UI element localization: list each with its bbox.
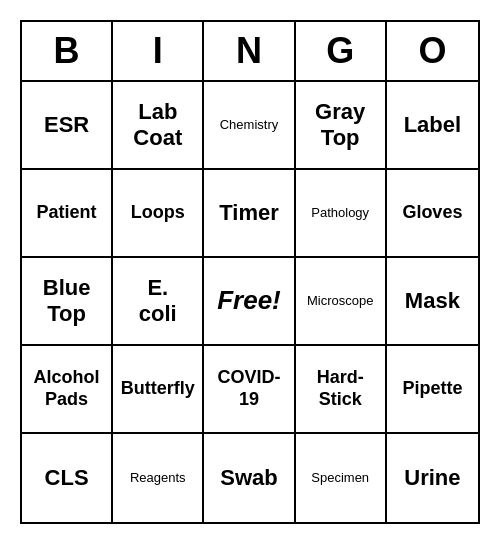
bingo-cell-0: ESR <box>22 82 113 170</box>
bingo-cell-7: Timer <box>204 170 295 258</box>
cell-text-3: Gray Top <box>315 99 365 152</box>
bingo-cell-21: Reagents <box>113 434 204 522</box>
cell-text-1: Lab Coat <box>133 99 182 152</box>
header-letter-i: I <box>113 22 204 80</box>
cell-text-9: Gloves <box>402 202 462 224</box>
bingo-cell-24: Urine <box>387 434 478 522</box>
header-letter-o: O <box>387 22 478 80</box>
bingo-cell-16: Butterfly <box>113 346 204 434</box>
cell-text-12: Free! <box>217 285 281 316</box>
cell-text-18: Hard- Stick <box>317 367 364 410</box>
cell-text-4: Label <box>404 112 461 138</box>
bingo-cell-10: Blue Top <box>22 258 113 346</box>
cell-text-7: Timer <box>219 200 279 226</box>
cell-text-21: Reagents <box>130 470 186 486</box>
cell-text-8: Pathology <box>311 205 369 221</box>
cell-text-14: Mask <box>405 288 460 314</box>
bingo-cell-2: Chemistry <box>204 82 295 170</box>
cell-text-17: COVID- 19 <box>217 367 280 410</box>
header-letter-g: G <box>296 22 387 80</box>
header-letter-n: N <box>204 22 295 80</box>
bingo-cell-19: Pipette <box>387 346 478 434</box>
header-letter-b: B <box>22 22 113 80</box>
cell-text-24: Urine <box>404 465 460 491</box>
cell-text-6: Loops <box>131 202 185 224</box>
cell-text-5: Patient <box>37 202 97 224</box>
bingo-cell-14: Mask <box>387 258 478 346</box>
cell-text-10: Blue Top <box>43 275 91 328</box>
bingo-cell-13: Microscope <box>296 258 387 346</box>
bingo-grid: ESRLab CoatChemistryGray TopLabelPatient… <box>22 82 478 522</box>
bingo-cell-6: Loops <box>113 170 204 258</box>
cell-text-11: E. coli <box>139 275 177 328</box>
cell-text-2: Chemistry <box>220 117 279 133</box>
bingo-cell-4: Label <box>387 82 478 170</box>
cell-text-15: Alcohol Pads <box>34 367 100 410</box>
bingo-cell-9: Gloves <box>387 170 478 258</box>
bingo-cell-12: Free! <box>204 258 295 346</box>
bingo-card: BINGO ESRLab CoatChemistryGray TopLabelP… <box>20 20 480 524</box>
bingo-cell-22: Swab <box>204 434 295 522</box>
bingo-cell-17: COVID- 19 <box>204 346 295 434</box>
bingo-header: BINGO <box>22 22 478 82</box>
bingo-cell-18: Hard- Stick <box>296 346 387 434</box>
bingo-cell-23: Specimen <box>296 434 387 522</box>
cell-text-19: Pipette <box>402 378 462 400</box>
cell-text-23: Specimen <box>311 470 369 486</box>
bingo-cell-1: Lab Coat <box>113 82 204 170</box>
cell-text-16: Butterfly <box>121 378 195 400</box>
bingo-cell-5: Patient <box>22 170 113 258</box>
cell-text-13: Microscope <box>307 293 373 309</box>
cell-text-22: Swab <box>220 465 277 491</box>
bingo-cell-20: CLS <box>22 434 113 522</box>
bingo-cell-8: Pathology <box>296 170 387 258</box>
bingo-cell-15: Alcohol Pads <box>22 346 113 434</box>
bingo-cell-11: E. coli <box>113 258 204 346</box>
cell-text-0: ESR <box>44 112 89 138</box>
bingo-cell-3: Gray Top <box>296 82 387 170</box>
cell-text-20: CLS <box>45 465 89 491</box>
